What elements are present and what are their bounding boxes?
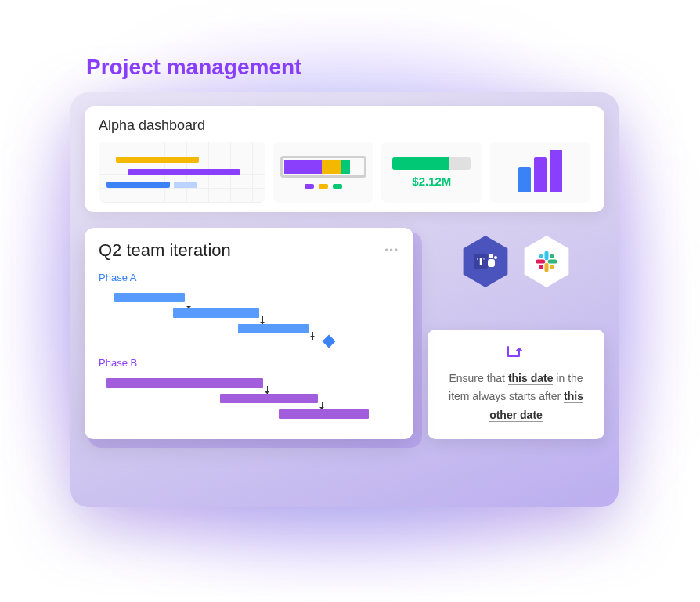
widget-timeline-mini[interactable]: [99, 142, 265, 203]
battery-seg-purple: [284, 160, 322, 174]
phase-a-bars: [99, 290, 399, 346]
dashboard-title: Alpha dashboard: [99, 117, 590, 134]
slack-icon: [533, 248, 560, 275]
automation-text: Ensure that this date in the item always…: [438, 369, 594, 425]
teams-integration-icon[interactable]: T: [460, 236, 511, 287]
gantt-title: Q2 team iteration: [99, 240, 231, 261]
milestone-icon[interactable]: [323, 335, 336, 348]
svg-point-10: [550, 254, 554, 258]
battery-seg-green: [341, 160, 350, 174]
ms-teams-icon: T: [471, 247, 500, 276]
right-column: T: [428, 228, 604, 439]
widget-battery[interactable]: [273, 142, 373, 203]
lower-row: Q2 team iteration ••• Phase A Phase B: [85, 228, 604, 439]
revenue-value: $2.12M: [412, 175, 451, 188]
svg-text:T: T: [477, 256, 485, 268]
svg-rect-3: [488, 259, 495, 267]
dashboard-card: Alpha dashboard: [85, 106, 604, 212]
page-title: Project management: [86, 55, 301, 80]
legend-dot-green: [333, 184, 342, 189]
bar-3: [550, 150, 562, 192]
svg-point-12: [539, 265, 543, 269]
legend-dot-yellow: [319, 184, 328, 189]
mini-bar-purple: [128, 169, 241, 175]
widget-bar-chart[interactable]: [490, 142, 590, 203]
gantt-bar-b1[interactable]: [106, 378, 263, 388]
svg-point-4: [494, 256, 497, 259]
svg-point-11: [550, 265, 554, 269]
bar-2: [534, 157, 547, 192]
gantt-bar-b3[interactable]: [279, 409, 369, 419]
automation-card[interactable]: Ensure that this date in the item always…: [428, 330, 604, 439]
widget-revenue[interactable]: $2.12M: [381, 142, 482, 203]
revenue-bar-fill: [392, 157, 449, 170]
more-icon[interactable]: •••: [384, 245, 399, 256]
svg-rect-7: [544, 263, 548, 272]
svg-rect-6: [548, 259, 557, 263]
mini-bar-yellow: [116, 157, 199, 163]
revenue-bar: [392, 157, 471, 170]
bar-1: [518, 167, 531, 192]
dashboard-window: Alpha dashboard: [70, 92, 619, 507]
phase-b-label: Phase B: [99, 357, 399, 369]
gantt-header: Q2 team iteration •••: [99, 240, 399, 261]
automation-field-1[interactable]: this date: [508, 372, 554, 385]
gantt-bar-b2[interactable]: [220, 394, 318, 403]
battery-seg-yellow: [322, 160, 341, 174]
phase-a-label: Phase A: [99, 272, 399, 283]
phase-b-bars: [99, 375, 399, 424]
automation-arrow-icon: [438, 344, 594, 363]
mini-bar-blue: [106, 182, 170, 188]
battery-outer: [280, 156, 366, 178]
svg-rect-8: [536, 259, 545, 263]
integrations-row: T: [428, 236, 604, 287]
gantt-bar-a2[interactable]: [173, 308, 259, 318]
svg-rect-5: [544, 251, 548, 260]
slack-integration-icon[interactable]: [521, 236, 572, 287]
svg-point-9: [539, 254, 543, 258]
gantt-card: Q2 team iteration ••• Phase A Phase B: [85, 228, 413, 439]
widget-row: $2.12M: [99, 142, 590, 203]
svg-point-2: [489, 254, 493, 258]
gantt-bar-a1[interactable]: [114, 293, 185, 302]
gantt-bar-a3[interactable]: [238, 324, 309, 333]
legend-dot-purple: [305, 184, 314, 189]
dependency-arrow-icon: [307, 332, 313, 340]
battery-legend: [305, 184, 342, 189]
